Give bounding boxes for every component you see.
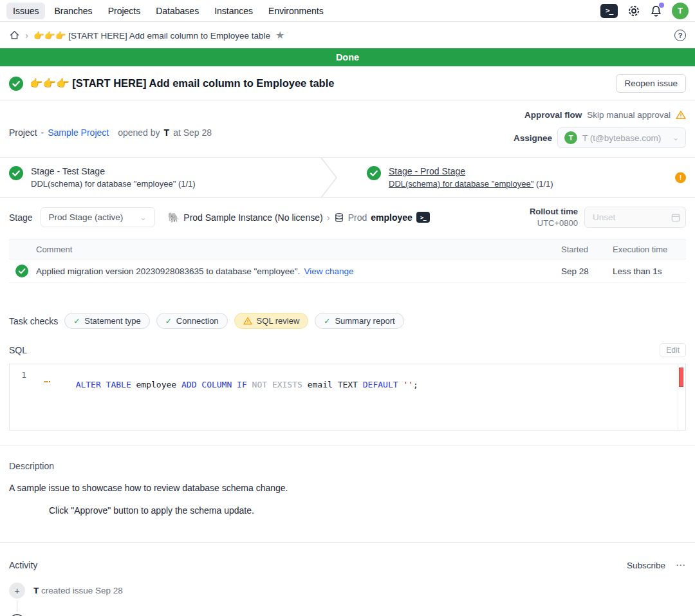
sql-editor-icon[interactable]: >_	[600, 4, 618, 18]
check-pill-label: Summary report	[335, 316, 394, 326]
stage-test-check-icon	[9, 166, 23, 180]
stage-card-prod[interactable]: Stage - Prod Stage DDL(schema) for datab…	[348, 166, 686, 189]
description-line-2: Click "Approve" button to apply the sche…	[49, 504, 686, 518]
nav-tab-issues[interactable]: Issues	[6, 3, 45, 19]
stage-prod-name-link[interactable]: Stage - Prod Stage	[389, 166, 553, 176]
sql-token: ''	[398, 380, 413, 389]
check-icon: ✓	[165, 317, 172, 326]
top-navigation: Issues Branches Projects Databases Insta…	[0, 0, 695, 22]
line-number: 1	[10, 370, 35, 399]
home-icon[interactable]	[9, 30, 20, 41]
header-started: Started	[561, 245, 604, 254]
database-name[interactable]: employee	[371, 212, 412, 223]
check-pill-sql-review[interactable]: SQL review	[234, 313, 309, 329]
favorite-star-icon[interactable]: ★	[275, 30, 284, 41]
sql-token: email TEXT	[308, 380, 363, 389]
nav-tab-instances[interactable]: Instances	[208, 3, 259, 19]
stage-alert-icon[interactable]: !	[675, 172, 686, 183]
stage-divider-chevron	[320, 158, 337, 197]
task-run-started: Sep 28	[561, 266, 604, 276]
help-icon[interactable]: ?	[674, 30, 686, 41]
status-banner: Done	[0, 48, 695, 66]
sql-token: NOT EXISTS	[247, 380, 308, 389]
check-pill-statement-type[interactable]: ✓ Statement type	[64, 313, 150, 329]
notification-dot	[659, 3, 664, 8]
task-run-comment: Applied migration version 20230928083635…	[36, 266, 300, 276]
stage-prod-detail-suffix: (1/1)	[536, 179, 553, 189]
header-comment: Comment	[36, 245, 561, 254]
editor-scrollbar[interactable]	[678, 364, 685, 430]
stage-selector-row: Stage Prod Stage (active) ⌄ 🐘 Prod Sampl…	[0, 198, 695, 237]
task-checks-label: Task checks	[9, 316, 58, 326]
nav-tab-projects[interactable]: Projects	[102, 3, 147, 19]
nav-tab-branches[interactable]: Branches	[48, 3, 98, 19]
activity-item-created: + T created issue Sep 28	[9, 583, 686, 599]
nav-tab-environments[interactable]: Environments	[262, 3, 330, 19]
check-pill-label: SQL review	[257, 316, 300, 326]
activity-user: T	[33, 586, 39, 595]
instance-name[interactable]: Prod Sample Instance (No license)	[183, 212, 322, 223]
stage-strip: Stage - Test Stage DDL(schema) for datab…	[0, 157, 695, 198]
sql-edit-button[interactable]: Edit	[660, 343, 686, 357]
stage-test-detail: DDL(schema) for database "employee" (1/1…	[31, 179, 196, 189]
opened-at: at Sep 28	[173, 127, 212, 138]
assignee-value: T (t@bytebase.com)	[582, 133, 661, 143]
sql-label: SQL	[9, 345, 27, 355]
sql-token: DEFAULT	[363, 380, 398, 389]
sql-code-line: 1 ALTER TABLE employee ADD COLUMN IF NOT…	[10, 364, 685, 399]
postgres-icon: 🐘	[168, 212, 180, 223]
nav-tab-databases[interactable]: Databases	[149, 3, 205, 19]
task-run-row[interactable]: Applied migration version 20230928083635…	[9, 259, 686, 283]
notifications-bell-icon[interactable]	[650, 5, 662, 17]
bytebase-issue-page: Issues Branches Projects Databases Insta…	[0, 0, 695, 616]
sql-editor[interactable]: 1 ALTER TABLE employee ADD COLUMN IF NOT…	[9, 364, 686, 431]
chevron-down-icon: ⌄	[140, 213, 147, 222]
chevron-down-icon: ⌄	[672, 133, 679, 142]
plus-circle-icon: +	[9, 583, 25, 599]
lint-squiggle	[44, 381, 50, 382]
task-checks-row: Task checks ✓ Statement type ✓ Connectio…	[0, 313, 695, 329]
approval-flow-row: Approval flow Skip manual approval	[524, 110, 686, 120]
project-link[interactable]: Sample Project	[48, 127, 109, 138]
calendar-icon	[671, 213, 680, 222]
issue-done-check-icon	[9, 77, 23, 91]
assignee-row: Assignee T T (t@bytebase.com) ⌄	[514, 127, 686, 148]
subscribe-button[interactable]: Subscribe	[627, 561, 665, 570]
check-pill-connection[interactable]: ✓ Connection	[156, 313, 228, 329]
approval-warning-icon	[676, 110, 686, 120]
approval-flow-label: Approval flow	[524, 110, 582, 120]
open-sql-editor-icon[interactable]: >_	[416, 212, 430, 223]
instance-breadcrumb: 🐘 Prod Sample Instance (No license) › Pr…	[168, 212, 430, 223]
timeline-connector	[17, 601, 17, 611]
database-env: Prod	[348, 212, 367, 223]
settings-gear-icon[interactable]	[627, 5, 640, 17]
task-run-table: Comment Started Execution time Applied m…	[9, 239, 686, 283]
project-line: Project - Sample Project opened by T at …	[9, 110, 212, 148]
breadcrumb-separator: ›	[25, 30, 28, 41]
user-avatar[interactable]: T	[672, 3, 689, 19]
view-change-link[interactable]: View change	[304, 266, 353, 276]
activity-timeline: + T created issue Sep 28 T rolled out Ta…	[9, 583, 686, 616]
task-success-check-icon	[15, 265, 28, 277]
sql-token: ALTER TABLE	[76, 380, 131, 389]
topnav-actions: >_ T	[600, 3, 689, 19]
project-dash: -	[41, 127, 44, 138]
activity-text: created issue Sep 28	[41, 586, 123, 595]
breadcrumb-issue-title[interactable]: 👉👉👉 [START HERE] Add email column to Emp…	[33, 30, 270, 41]
breadcrumb: › 👉👉👉 [START HERE] Add email column to E…	[0, 22, 695, 48]
opened-by-user: T	[164, 127, 170, 138]
stage-select-value: Prod Stage (active)	[49, 212, 124, 222]
reopen-issue-button[interactable]: Reopen issue	[616, 74, 686, 93]
stage-prod-detail-link[interactable]: DDL(schema) for database "employee"	[389, 179, 533, 189]
more-options-icon[interactable]: ⋯	[676, 559, 686, 571]
issue-header: 👉👉👉 [START HERE] Add email column to Emp…	[0, 66, 695, 101]
issue-meta: Project - Sample Project opened by T at …	[0, 101, 695, 157]
stage-card-test[interactable]: Stage - Test Stage DDL(schema) for datab…	[9, 166, 348, 189]
activity-item-rolled-out: T rolled out Task DDL(schema) for databa…	[9, 613, 686, 616]
rollout-time-label: Rollout time	[530, 206, 578, 218]
stage-prod-check-icon	[367, 166, 381, 180]
stage-select[interactable]: Prod Stage (active) ⌄	[41, 207, 155, 227]
assignee-avatar: T	[564, 131, 577, 144]
check-pill-summary-report[interactable]: ✓ Summary report	[315, 313, 403, 329]
assignee-select[interactable]: T T (t@bytebase.com) ⌄	[557, 127, 686, 148]
